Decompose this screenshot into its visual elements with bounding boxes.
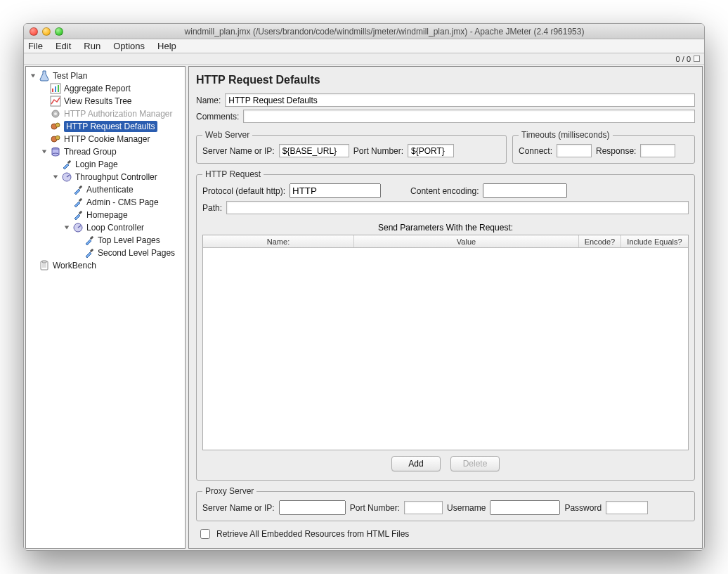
thread-counter: 0 / 0 [676, 55, 691, 63]
tree-item-http-request-defaults[interactable]: HTTP Request Defaults [26, 120, 185, 133]
menu-help[interactable]: Help [157, 41, 176, 51]
menu-run[interactable]: Run [84, 41, 100, 51]
svg-rect-3 [55, 86, 56, 92]
col-value[interactable]: Value [354, 235, 579, 247]
status-bar: 0 / 0 [24, 53, 704, 65]
params-table-body[interactable] [203, 248, 688, 450]
svg-point-11 [56, 136, 60, 140]
svg-rect-4 [58, 85, 59, 92]
proxy-port-label: Port Number: [350, 503, 400, 513]
tree-item-homepage[interactable]: Homepage [26, 209, 185, 221]
name-label: Name: [196, 96, 221, 105]
svg-rect-20 [79, 185, 83, 190]
titlebar: windmill_plan.jmx (/Users/brandon/code/w… [24, 24, 704, 39]
report-icon [50, 83, 61, 94]
tree-item-top-level-pages[interactable]: Top Level Pages [26, 234, 185, 247]
name-input[interactable] [225, 93, 695, 107]
timeouts-legend: Timeouts (milliseconds) [519, 130, 613, 140]
svg-point-15 [52, 153, 59, 156]
proxy-server-group: Proxy Server Server Name or IP: Port Num… [196, 486, 695, 521]
tree-item-label: Admin - CMS Page [86, 197, 159, 207]
gears-icon [50, 121, 61, 132]
menu-file[interactable]: File [28, 41, 43, 51]
tree-item-label: Second Level Pages [98, 248, 175, 258]
tree-item-loop-controller[interactable]: Loop Controller [26, 221, 185, 234]
add-button[interactable]: Add [391, 456, 441, 471]
svg-marker-12 [42, 150, 46, 154]
disclosure-triangle-icon[interactable] [51, 173, 60, 181]
proxy-user-label: Username [447, 503, 486, 513]
gears-icon [50, 133, 61, 145]
path-input[interactable] [226, 201, 689, 214]
window-title: windmill_plan.jmx (/Users/brandon/code/w… [70, 27, 698, 37]
test-plan-tree[interactable]: Test Plan Aggregate Report [25, 66, 186, 549]
protocol-input[interactable] [290, 183, 381, 198]
comments-input[interactable] [243, 110, 695, 123]
tree-item-label: Login Page [75, 159, 118, 169]
dropper-icon [72, 184, 84, 195]
col-include[interactable]: Include Equals? [621, 235, 688, 247]
svg-point-9 [56, 123, 60, 127]
svg-rect-27 [90, 249, 94, 253]
proxy-pass-input[interactable] [606, 501, 648, 514]
status-indicator-icon [694, 56, 700, 62]
menu-edit[interactable]: Edit [56, 41, 71, 51]
tree-item-throughput-controller[interactable]: Throughput Controller [26, 171, 185, 183]
tree-item-label: Loop Controller [86, 223, 144, 233]
server-name-label: Server Name or IP: [202, 146, 275, 156]
params-title: Send Parameters With the Request: [202, 223, 689, 233]
col-name[interactable]: Name: [203, 235, 354, 247]
tree-item-authenticate[interactable]: Authenticate [26, 183, 185, 196]
knob-icon [72, 222, 84, 233]
connect-input[interactable] [557, 144, 592, 157]
col-encode[interactable]: Encode? [579, 235, 621, 247]
tree-item-label: HTTP Authorization Manager [64, 109, 173, 119]
proxy-port-input[interactable] [404, 501, 443, 514]
tree-item-aggregate-report[interactable]: Aggregate Report [26, 82, 185, 95]
response-input[interactable] [640, 144, 675, 157]
params-table[interactable]: Name: Value Encode? Include Equals? [202, 235, 689, 450]
web-server-legend: Web Server [202, 130, 252, 140]
comments-label: Comments: [196, 112, 239, 122]
tree-item-thread-group[interactable]: Thread Group [26, 145, 185, 158]
zoom-window-button[interactable] [55, 27, 63, 36]
menubar: File Edit Run Options Help [24, 39, 704, 53]
app-window: windmill_plan.jmx (/Users/brandon/code/w… [23, 23, 705, 551]
tree-item-label: Aggregate Report [64, 84, 131, 93]
proxy-server-input[interactable] [279, 500, 346, 515]
menu-options[interactable]: Options [113, 41, 145, 51]
tree-item-label: View Results Tree [64, 96, 132, 106]
disclosure-triangle-icon[interactable] [63, 223, 71, 232]
tree-item-workbench[interactable]: WorkBench [26, 259, 185, 272]
svg-marker-23 [65, 226, 69, 230]
port-input[interactable] [408, 144, 454, 157]
tree-item-http-auth-manager[interactable]: HTTP Authorization Manager [26, 107, 185, 120]
server-name-input[interactable] [279, 144, 349, 157]
tree-item-label: HTTP Cookie Manager [64, 134, 150, 144]
dropper-icon [84, 247, 95, 259]
retrieve-embedded-checkbox[interactable] [200, 529, 210, 539]
disclosure-triangle-icon[interactable] [29, 72, 37, 80]
tree-item-admin-cms-page[interactable]: Admin - CMS Page [26, 196, 185, 209]
svg-point-7 [54, 112, 57, 115]
tree-item-test-plan[interactable]: Test Plan [26, 70, 185, 82]
timeouts-group: Timeouts (milliseconds) Connect: Respons… [512, 130, 695, 164]
params-table-header: Name: Value Encode? Include Equals? [203, 235, 688, 248]
tree-item-second-level-pages[interactable]: Second Level Pages [26, 247, 185, 259]
encoding-input[interactable] [483, 183, 567, 198]
tree-item-view-results-tree[interactable]: View Results Tree [26, 95, 185, 107]
minimize-window-button[interactable] [42, 27, 51, 36]
svg-marker-17 [53, 176, 58, 179]
close-window-button[interactable] [30, 27, 38, 36]
tree-item-http-cookie-manager[interactable]: HTTP Cookie Manager [26, 133, 185, 145]
proxy-user-input[interactable] [490, 500, 560, 515]
tree-item-label: Top Level Pages [98, 235, 160, 245]
retrieve-embedded-label: Retrieve All Embedded Resources from HTM… [216, 529, 409, 539]
svg-rect-21 [79, 198, 83, 202]
disclosure-triangle-icon[interactable] [40, 148, 48, 156]
proxy-pass-label: Password [564, 503, 602, 513]
delete-button[interactable]: Delete [450, 456, 500, 471]
tree-item-label: HTTP Request Defaults [64, 121, 157, 132]
protocol-label: Protocol (default http): [202, 186, 285, 196]
tree-item-login-page[interactable]: Login Page [26, 158, 185, 171]
